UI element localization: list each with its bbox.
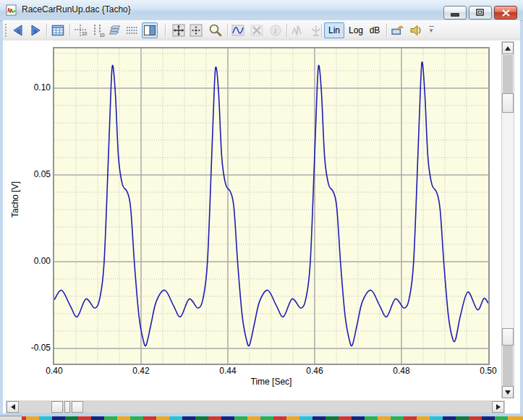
plot-svg [54,48,488,364]
background-window-strip [0,416,523,420]
toolbar-separator [321,24,323,37]
x-tick-label: 0.44 [219,366,236,376]
export-to-office-button[interactable] [390,22,406,38]
delete-wave-button[interactable] [249,22,265,38]
toolbar-separator [386,24,388,37]
overlay-layers-button[interactable] [107,22,123,38]
toolbar-overflow-button[interactable]: ▾ [427,26,435,35]
log-scale-button[interactable]: Log [346,22,366,38]
overflow-bar [429,26,434,27]
zoom-region-icon [189,23,203,38]
vertical-scroll-track[interactable] [503,346,513,386]
scroll-left-button[interactable] [7,401,19,413]
single-cursor-icon: 10 [73,23,88,38]
play-audio-button[interactable] [408,22,424,38]
restore-icon [476,9,485,17]
horizontal-scroll-handle-left[interactable] [51,401,63,413]
toolbar-separator [286,24,288,37]
magnifier-button[interactable] [207,22,223,38]
toolbar-grip[interactable] [5,24,9,37]
play-audio-icon [409,24,423,37]
x-tick-label: 0.42 [132,366,149,376]
y-tick-label: 0.05 [3,169,51,179]
worksheet-icon [51,24,64,37]
y-axis-title: Tacho [V] [10,196,20,218]
x-tick-label: 0.46 [306,366,323,376]
vertical-scrollbar[interactable] [501,41,514,398]
delete-wave-icon [250,24,264,37]
x-axis-title: Time [Sec] [54,377,488,387]
edit-wave-button[interactable] [230,22,246,38]
worksheet-button[interactable] [50,22,66,38]
svg-text:10: 10 [100,33,106,38]
zoom-region-button[interactable] [188,22,204,38]
background-window-fragment [0,416,22,420]
db-scale-button[interactable]: dB [366,22,383,38]
scroll-down-icon [505,390,511,398]
horizontal-scroll-thumb[interactable] [64,401,70,413]
plot-client-area: Tacho [V] 0.100.050.00-0.05 0.400.420.44… [3,40,520,413]
horizontal-scrollbar[interactable] [6,400,505,413]
restore-button[interactable] [469,6,492,20]
toolbar: S S 10 10 [3,20,520,41]
dual-cursor-icon: 10 [90,23,105,38]
vertical-scroll-handle-bottom[interactable] [502,328,514,346]
dotted-display-icon [125,24,140,37]
dual-cursor-button[interactable]: 10 [90,22,106,38]
previous-section-button[interactable]: S [10,22,26,38]
close-button[interactable] [494,6,517,20]
edit-wave-icon [231,24,245,37]
y-tick-label: -0.05 [3,343,51,353]
x-tick-label: 0.40 [46,366,62,376]
waterfall-icon [290,24,305,37]
export-to-office-icon [391,24,405,37]
plot-area[interactable] [53,47,490,365]
info-icon: i [269,24,282,37]
overlay-layers-icon [108,24,122,37]
window: RaceCarRunUp.dac {Tacho} S S [0,0,523,420]
svg-text:i: i [274,27,276,35]
minimize-button[interactable] [443,6,467,20]
toolbar-separator [227,24,229,37]
next-section-icon: S [28,24,43,37]
magnifier-icon [208,23,222,38]
scroll-left-icon [8,404,15,410]
horizontal-scroll-handle-right[interactable] [72,401,83,413]
scroll-up-icon [505,43,511,51]
scroll-up-button[interactable] [502,42,514,54]
svg-text:10: 10 [82,31,88,36]
toolbar-separator [165,24,166,37]
scroll-right-button[interactable] [492,401,504,413]
svg-text:S: S [33,28,37,35]
app-icon [6,4,17,16]
toolbar-separator [69,24,71,37]
series-tacho [54,62,488,346]
minimize-icon [451,13,459,17]
previous-section-icon: S [11,24,25,37]
y-tick-label: 0.10 [3,82,51,93]
svg-text:S: S [17,28,20,35]
zoom-extents-button[interactable] [171,22,187,38]
x-tick-label: 0.50 [480,366,496,376]
split-view-button[interactable] [142,22,158,38]
lin-scale-button[interactable]: Lin [324,22,344,38]
vertical-scroll-handle-top[interactable] [502,93,514,113]
split-view-icon [143,25,156,36]
title-bar[interactable]: RaceCarRunUp.dac {Tacho} [0,0,523,21]
zoom-extents-icon [171,23,186,38]
info-button[interactable]: i [268,22,284,38]
single-cursor-button[interactable]: 10 [72,22,88,38]
scroll-down-button[interactable] [502,386,514,398]
waterfall-button[interactable] [289,22,305,38]
y-tick-label: 0.00 [3,256,51,266]
vertical-scroll-track[interactable] [503,55,513,93]
x-tick-label: 0.48 [393,366,409,376]
close-icon [502,9,510,17]
next-section-button[interactable]: S [27,22,43,38]
window-title: RaceCarRunUp.dac {Tacho} [22,4,131,14]
scroll-right-icon [496,404,503,410]
toolbar-separator [46,24,48,37]
dotted-display-button[interactable] [124,22,140,38]
